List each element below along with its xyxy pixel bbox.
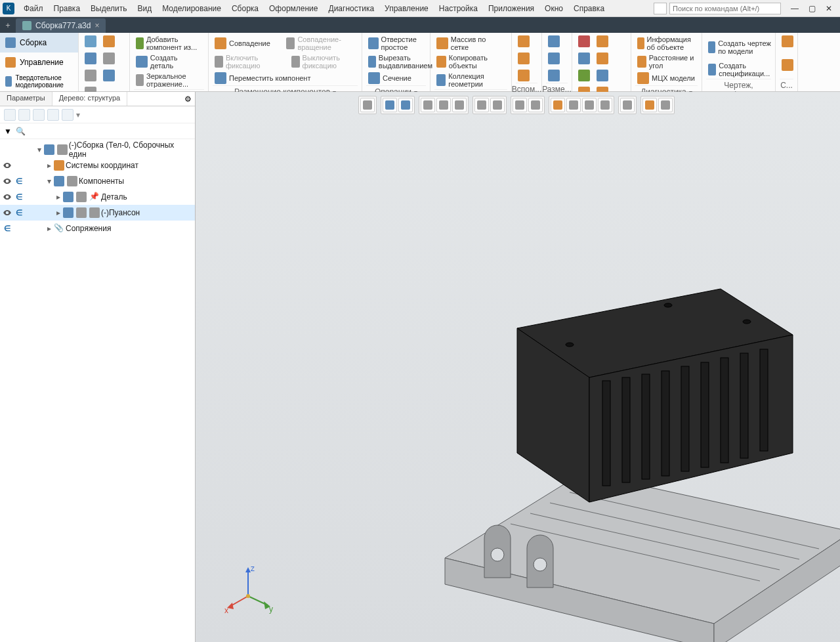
distance-angle-button[interactable]: Расстояние и угол	[635, 53, 698, 71]
create-part-button[interactable]: Создать деталь	[134, 53, 204, 71]
create-drawing-button[interactable]: Создать чертеж по модели	[706, 34, 776, 60]
menu-select[interactable]: Выделить	[85, 2, 132, 15]
visibility-icon[interactable]	[3, 208, 12, 217]
include-icon[interactable]: ∈	[14, 192, 24, 202]
vp-btn-misc3[interactable]	[582, 98, 597, 112]
vp-btn-misc2[interactable]	[566, 98, 581, 112]
annot-btn-5[interactable]	[576, 68, 592, 83]
coincidence-rotation-button[interactable]: Совпадение-вращение	[284, 34, 358, 53]
mode-assembly[interactable]: Сборка	[0, 33, 79, 53]
dim-button-3[interactable]	[546, 68, 562, 83]
annot-btn-2[interactable]	[595, 34, 610, 49]
vp-btn-hide2[interactable]	[528, 98, 543, 112]
menu-view[interactable]: Вид	[132, 2, 157, 15]
tree-root[interactable]: ▾ (-)Сборка (Тел-0, Сборочных един	[0, 142, 195, 158]
vp-btn-filter[interactable]	[620, 98, 635, 112]
side-tab-params[interactable]: Параметры	[0, 92, 52, 106]
vp-btn-orient[interactable]	[436, 98, 451, 112]
annot-btn-6[interactable]	[595, 68, 610, 83]
vp-btn-3[interactable]	[398, 98, 413, 112]
coincidence-button[interactable]: Совпадение	[213, 34, 272, 53]
save-file-button[interactable]	[83, 51, 98, 66]
tree-node-part[interactable]: ∈ ▸ 📌 Деталь	[0, 189, 195, 205]
vp-btn-zoom[interactable]	[421, 98, 435, 112]
close-tab-button[interactable]: ×	[94, 21, 99, 30]
tree-tool-3[interactable]	[33, 109, 45, 121]
tree-tool-1[interactable]	[4, 109, 16, 121]
window-maximize-button[interactable]: ▢	[805, 3, 819, 14]
include-icon[interactable]: ∈	[14, 208, 24, 217]
tree-node-mates[interactable]: ∈ ▸ 📎 Сопряжения	[0, 221, 195, 236]
print-preview-button[interactable]	[83, 68, 98, 83]
tree-tool-2[interactable]	[18, 109, 30, 121]
vp-btn-hide1[interactable]	[513, 98, 527, 112]
menu-help[interactable]: Справка	[568, 2, 610, 15]
aux-button-3[interactable]	[516, 68, 532, 83]
viewport[interactable]: z x y	[196, 92, 840, 642]
vp-btn-misc4[interactable]	[598, 98, 612, 112]
layout-dropdown[interactable]	[654, 3, 667, 14]
annot-btn-3[interactable]	[576, 51, 592, 66]
menu-apps[interactable]: Приложения	[483, 2, 539, 15]
print-button[interactable]	[101, 51, 117, 66]
add-component-button[interactable]: Добавить компонент из...	[134, 34, 204, 53]
vp-btn-end1[interactable]	[642, 98, 657, 112]
object-info-button[interactable]: Информация об объекте	[635, 34, 698, 53]
window-minimize-button[interactable]: —	[788, 3, 802, 14]
undo-button[interactable]	[101, 68, 117, 83]
copy-objects-button[interactable]: Копировать объекты	[434, 53, 507, 71]
disable-fixation-button[interactable]: Выключить фиксацию	[289, 53, 358, 71]
annot-btn-1[interactable]	[576, 34, 592, 49]
visibility-icon[interactable]	[3, 192, 12, 202]
tree-tool-5[interactable]	[62, 109, 74, 121]
mode-manage[interactable]: Управление	[0, 53, 79, 72]
new-file-button[interactable]	[83, 34, 98, 49]
vp-btn-axes[interactable]	[452, 98, 467, 112]
command-search-input[interactable]	[669, 3, 781, 14]
dim-button-1[interactable]	[546, 34, 562, 49]
vp-btn-shade2[interactable]	[490, 98, 505, 112]
cut-extrude-button[interactable]: Вырезать выдавливанием	[366, 53, 438, 71]
enable-fixation-button[interactable]: Включить фиксацию	[213, 53, 278, 71]
menu-diagnostic[interactable]: Диагностика	[324, 2, 380, 15]
visibility-icon[interactable]	[3, 177, 12, 186]
vp-btn-end2[interactable]	[658, 98, 673, 112]
vp-btn-1[interactable]	[360, 98, 375, 112]
side-tab-tree[interactable]: Дерево: структура	[52, 92, 128, 106]
aux-button-1[interactable]	[516, 34, 532, 49]
window-close-button[interactable]: ✕	[822, 3, 836, 14]
include-icon[interactable]: ∈	[3, 224, 12, 233]
menu-settings[interactable]: Настройка	[434, 2, 483, 15]
menu-format[interactable]: Оформление	[264, 2, 323, 15]
section-button[interactable]: Сечение	[366, 71, 413, 85]
dim-button-2[interactable]	[546, 51, 562, 66]
open-file-button[interactable]	[101, 34, 117, 49]
last-btn-2[interactable]	[780, 58, 795, 72]
move-component-button[interactable]: Переместить компонент	[213, 71, 312, 85]
simple-hole-button[interactable]: Отверстие простое	[366, 34, 438, 53]
annot-btn-4[interactable]	[595, 51, 610, 66]
tree-tool-4[interactable]	[47, 109, 59, 121]
last-btn-1[interactable]	[780, 34, 795, 49]
side-settings-button[interactable]: ⚙	[180, 92, 195, 106]
visibility-icon[interactable]	[3, 161, 12, 170]
include-icon[interactable]: ∈	[14, 177, 24, 186]
new-tab-button[interactable]: ＋	[0, 17, 16, 33]
search-icon[interactable]: 🔍	[16, 127, 26, 136]
vp-btn-2[interactable]	[383, 98, 397, 112]
menu-file[interactable]: Файл	[18, 2, 49, 15]
mcx-model-button[interactable]: МЦХ модели	[635, 71, 697, 85]
vp-btn-shade1[interactable]	[474, 98, 489, 112]
aux-button-2[interactable]	[516, 51, 532, 66]
grid-array-button[interactable]: Массив по сетке	[434, 34, 507, 53]
document-tab[interactable]: Сборка777.a3d ×	[16, 18, 106, 33]
tree-node-components[interactable]: ∈ ▾ Компоненты	[0, 173, 195, 189]
tree-node-coord[interactable]: ▸ Системы координат	[0, 158, 195, 173]
mirror-component-button[interactable]: Зеркальное отражение...	[134, 71, 204, 89]
tree-node-punch[interactable]: ∈ ▸ (-)Пуансон	[0, 205, 195, 221]
filter-icon[interactable]: ▼	[4, 127, 12, 136]
geometry-collection-button[interactable]: Коллекция геометрии	[434, 71, 507, 89]
mode-solid-modeling[interactable]: Твердотельное моделирование	[0, 72, 79, 91]
menu-assembly[interactable]: Сборка	[226, 2, 264, 15]
create-spec-button[interactable]: Создать спецификаци...	[706, 60, 776, 79]
